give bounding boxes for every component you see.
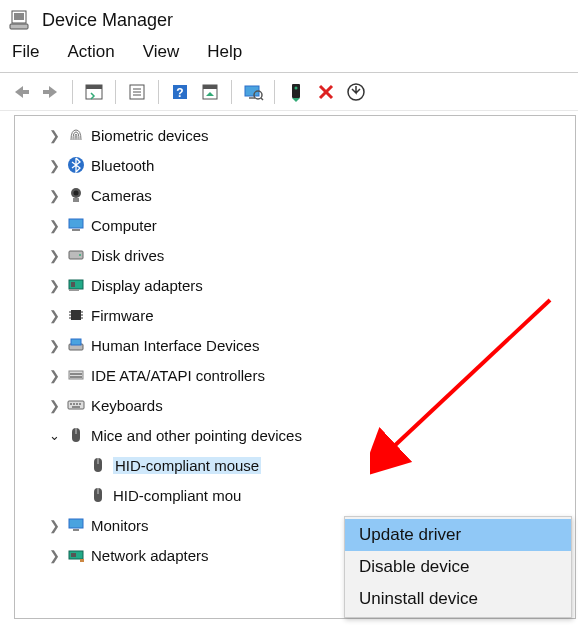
tree-node-hid[interactable]: ❯ Human Interface Devices [15, 330, 575, 360]
mouse-icon [87, 456, 109, 474]
mouse-icon [65, 426, 87, 444]
help-icon[interactable]: ? [165, 78, 195, 106]
chevron-right-icon[interactable]: ❯ [45, 518, 63, 533]
chevron-right-icon[interactable]: ❯ [45, 158, 63, 173]
tree-label: Firmware [91, 307, 154, 324]
tree-node-display[interactable]: ❯ Display adapters [15, 270, 575, 300]
chevron-right-icon[interactable]: ❯ [45, 248, 63, 263]
context-menu: Update driver Disable device Uninstall d… [344, 516, 572, 618]
toolbar: ? [0, 73, 578, 111]
svg-rect-14 [203, 85, 217, 89]
tree-node-computer[interactable]: ❯ Computer [15, 210, 575, 240]
tree-label: Computer [91, 217, 157, 234]
tree-label: Display adapters [91, 277, 203, 294]
svg-text:?: ? [176, 86, 183, 100]
tree-label: IDE ATA/ATAPI controllers [91, 367, 265, 384]
tree-label: Bluetooth [91, 157, 154, 174]
context-uninstall-device[interactable]: Uninstall device [345, 583, 571, 615]
disk-icon [65, 246, 87, 264]
forward-button[interactable] [36, 78, 66, 106]
svg-rect-46 [70, 376, 82, 378]
svg-rect-35 [71, 310, 81, 320]
monitor-icon [65, 516, 87, 534]
tree-label: Keyboards [91, 397, 163, 414]
action-icon[interactable] [195, 78, 225, 106]
svg-rect-48 [70, 403, 72, 405]
menu-view[interactable]: View [143, 42, 180, 62]
tree-label: Biometric devices [91, 127, 209, 144]
menu-action[interactable]: Action [67, 42, 114, 62]
tree-label: HID-compliant mou [113, 487, 241, 504]
svg-rect-49 [73, 403, 75, 405]
network-icon [65, 546, 87, 564]
device-manager-icon [8, 9, 30, 31]
tree-node-disks[interactable]: ❯ Disk drives [15, 240, 575, 270]
chevron-right-icon[interactable]: ❯ [45, 368, 63, 383]
title-bar: Device Manager [0, 0, 578, 38]
svg-point-26 [74, 191, 79, 196]
svg-point-20 [295, 86, 298, 89]
svg-rect-19 [292, 84, 300, 98]
tree-label: HID-compliant mouse [113, 457, 261, 474]
tree-label: Network adapters [91, 547, 209, 564]
svg-rect-1 [14, 13, 24, 20]
bluetooth-icon [65, 156, 87, 174]
disable-icon[interactable] [341, 78, 371, 106]
ide-icon [65, 366, 87, 384]
svg-rect-60 [73, 529, 79, 531]
tree-label: Disk drives [91, 247, 164, 264]
menu-help[interactable]: Help [207, 42, 242, 62]
chevron-right-icon[interactable]: ❯ [45, 218, 63, 233]
svg-rect-62 [71, 553, 76, 557]
chevron-right-icon[interactable]: ❯ [45, 278, 63, 293]
chevron-right-icon[interactable]: ❯ [45, 188, 63, 203]
chevron-right-icon[interactable]: ❯ [45, 398, 63, 413]
computer-icon [65, 216, 87, 234]
svg-rect-28 [69, 219, 83, 228]
tree-node-mouse-1[interactable]: HID-compliant mouse [15, 450, 575, 480]
svg-rect-33 [71, 282, 75, 287]
svg-rect-2 [10, 24, 28, 29]
tree-node-cameras[interactable]: ❯ Cameras [15, 180, 575, 210]
tree-node-mice[interactable]: ⌄ Mice and other pointing devices [15, 420, 575, 450]
tree-node-firmware[interactable]: ❯ Firmware [15, 300, 575, 330]
svg-rect-52 [72, 406, 80, 408]
svg-rect-50 [76, 403, 78, 405]
chevron-right-icon[interactable]: ❯ [45, 308, 63, 323]
svg-rect-29 [72, 229, 80, 231]
svg-rect-59 [69, 519, 83, 528]
menu-file[interactable]: File [12, 42, 39, 62]
update-driver-icon[interactable] [281, 78, 311, 106]
tree-node-mouse-2[interactable]: HID-compliant mou [15, 480, 575, 510]
menu-bar: File Action View Help [0, 38, 578, 73]
uninstall-icon[interactable] [311, 78, 341, 106]
context-update-driver[interactable]: Update driver [345, 519, 571, 551]
tree-label: Mice and other pointing devices [91, 427, 302, 444]
svg-line-18 [261, 98, 263, 100]
properties-icon[interactable] [122, 78, 152, 106]
svg-rect-45 [70, 373, 82, 375]
svg-rect-4 [43, 90, 49, 94]
chevron-down-icon[interactable]: ⌄ [45, 428, 63, 443]
tree-label: Human Interface Devices [91, 337, 259, 354]
chevron-right-icon[interactable]: ❯ [45, 128, 63, 143]
chip-icon [65, 306, 87, 324]
tree-node-keyboards[interactable]: ❯ Keyboards [15, 390, 575, 420]
svg-point-31 [79, 254, 81, 256]
context-disable-device[interactable]: Disable device [345, 551, 571, 583]
tree-node-biometric[interactable]: ❯ Biometric devices [15, 120, 575, 150]
scan-hardware-icon[interactable] [238, 78, 268, 106]
chevron-right-icon[interactable]: ❯ [45, 338, 63, 353]
gpu-icon [65, 276, 87, 294]
tree-label: Monitors [91, 517, 149, 534]
tree-label: Cameras [91, 187, 152, 204]
fingerprint-icon [65, 126, 87, 144]
tree-node-bluetooth[interactable]: ❯ Bluetooth [15, 150, 575, 180]
tree-node-ide[interactable]: ❯ IDE ATA/ATAPI controllers [15, 360, 575, 390]
show-hide-console-icon[interactable] [79, 78, 109, 106]
chevron-right-icon[interactable]: ❯ [45, 548, 63, 563]
svg-rect-43 [71, 339, 81, 345]
back-button[interactable] [6, 78, 36, 106]
keyboard-icon [65, 396, 87, 414]
svg-rect-51 [79, 403, 81, 405]
